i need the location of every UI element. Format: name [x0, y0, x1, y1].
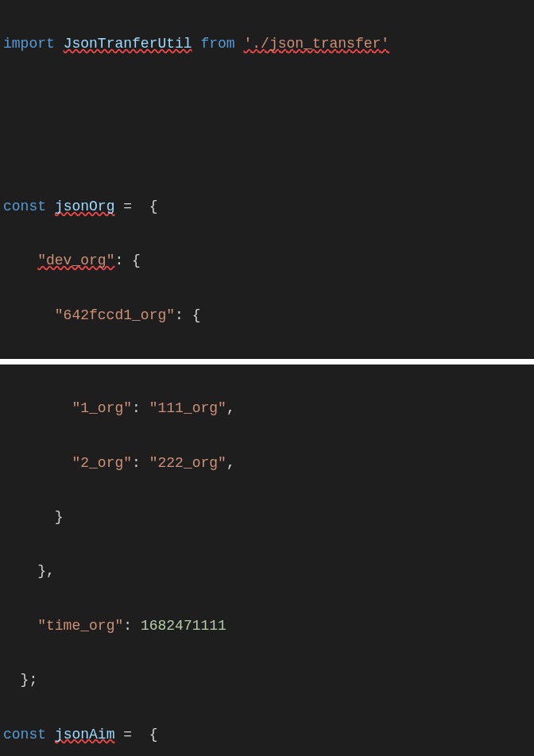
key-time-org: "time_org" [37, 618, 123, 634]
val-222-org: "222_org" [149, 455, 226, 471]
val-111-org: "111_org" [149, 400, 226, 416]
val-time-org: 1682471111 [141, 618, 226, 634]
code-line: "dev_org": { [3, 247, 534, 274]
colon: : [123, 618, 132, 634]
code-editor[interactable]: import JsonTranferUtil from './json_tran… [0, 0, 534, 359]
code-line: "642fccd1_org": { [3, 302, 534, 329]
blank-line [3, 85, 534, 112]
comma: , [226, 455, 235, 471]
code-line: const jsonAim = { [3, 721, 534, 748]
keyword-import: import [3, 36, 55, 52]
blank-line [3, 139, 534, 166]
operator-equals: = [123, 199, 132, 214]
key-1-org: "1_org" [72, 400, 132, 416]
key-dev-org: "dev_org" [37, 253, 114, 268]
colon: : [175, 307, 184, 323]
keyword-from: from [200, 36, 234, 52]
code-line: } [3, 503, 534, 530]
code-line: }; [3, 666, 534, 693]
brace-open: { [149, 199, 158, 214]
identifier-jsontransferutil: JsonTranferUtil [64, 36, 192, 52]
code-line: "1_org": "111_org", [3, 395, 534, 422]
comma: , [46, 563, 55, 579]
colon: : [132, 455, 141, 471]
comma: , [226, 400, 235, 416]
code-line: }, [3, 557, 534, 584]
brace-close: } [37, 563, 46, 579]
brace-open: { [132, 253, 141, 268]
string-path: './json_transfer' [244, 36, 390, 52]
code-line: "2_org": "222_org", [3, 449, 534, 476]
keyword-const: const [3, 199, 46, 214]
brace-open: { [149, 727, 158, 742]
keyword-const: const [3, 727, 46, 742]
code-editor[interactable]: "1_org": "111_org", "2_org": "222_org", … [0, 364, 534, 756]
identifier-jsonorg: jsonOrg [55, 199, 115, 214]
operator-equals: = [123, 727, 132, 742]
colon: : [132, 400, 141, 416]
brace-close: } [55, 509, 64, 525]
key-hash-org: "642fccd1_org" [55, 307, 175, 323]
code-line: const jsonOrg = { [3, 193, 534, 220]
code-line: "time_org": 1682471111 [3, 612, 534, 639]
separator-line [0, 359, 534, 364]
key-2-org: "2_org" [72, 455, 132, 471]
code-line: import JsonTranferUtil from './json_tran… [3, 30, 534, 57]
colon: : [114, 253, 123, 268]
brace-close-semi: }; [21, 672, 38, 688]
identifier-jsonaim: jsonAim [55, 727, 115, 742]
brace-open: { [192, 307, 201, 323]
